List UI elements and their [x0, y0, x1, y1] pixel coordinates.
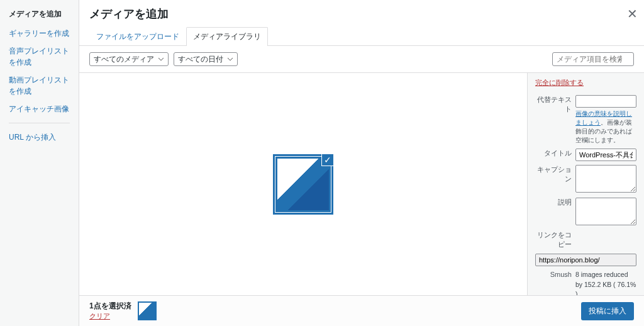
caption-textarea[interactable] — [575, 165, 636, 193]
tab-library[interactable]: メディアライブラリ — [186, 27, 268, 46]
title-input[interactable] — [575, 149, 636, 161]
modal-footer: 1点を選択済 クリア 投稿に挿入 — [79, 295, 644, 326]
alt-text-input[interactable] — [575, 95, 636, 108]
attachment-thumbnail[interactable]: ✓ — [275, 157, 331, 212]
tab-bar: ファイルをアップロード メディアライブラリ — [89, 26, 634, 45]
description-label: 説明 — [535, 198, 572, 207]
tab-upload[interactable]: ファイルをアップロード — [89, 27, 186, 46]
sidebar-item-audio-playlist[interactable]: 音声プレイリストを作成 — [0, 42, 79, 71]
content-row: ✓ 完全に削除する 代替テキスト 画像の意味を説明しましょう。画像が装飾目的のみ… — [79, 72, 644, 295]
alt-label: 代替テキスト — [535, 95, 572, 115]
library-toolbar: すべてのメディア すべての日付 — [79, 46, 644, 72]
alt-help: 画像の意味を説明しましょう。画像が装飾目的のみであれば空欄にします。 — [575, 110, 636, 145]
description-textarea[interactable] — [575, 198, 636, 225]
sidebar-item-video-playlist[interactable]: 動画プレイリストを作成 — [0, 71, 79, 100]
clear-selection-link[interactable]: クリア — [89, 312, 131, 321]
media-sidebar: メディアを追加 ギャラリーを作成 音声プレイリストを作成 動画プレイリストを作成… — [0, 0, 79, 326]
smush-label: Smush — [535, 270, 572, 279]
sidebar-item-url-insert[interactable]: URL から挿入 — [0, 128, 79, 146]
copy-link-input[interactable] — [535, 254, 636, 266]
attachment-details: 完全に削除する 代替テキスト 画像の意味を説明しましょう。画像が装飾目的のみであ… — [527, 73, 644, 295]
check-icon[interactable]: ✓ — [321, 154, 334, 166]
modal-header: メディアを追加 ✕ ファイルをアップロード メディアライブラリ — [79, 0, 644, 46]
sidebar-separator — [9, 123, 70, 123]
sidebar-item-gallery[interactable]: ギャラリーを作成 — [0, 25, 79, 42]
main-panel: メディアを追加 ✕ ファイルをアップロード メディアライブラリ すべてのメディア… — [79, 0, 644, 326]
filter-type-select[interactable]: すべてのメディア — [89, 52, 169, 66]
sidebar-title: メディアを追加 — [0, 9, 79, 25]
search-input[interactable] — [552, 52, 634, 66]
title-label: タイトル — [535, 149, 572, 158]
filter-date-select[interactable]: すべての日付 — [174, 52, 238, 66]
details-top-actions: 完全に削除する — [535, 73, 636, 91]
smush-info: 8 images reduced by 152.2 KB ( 76.1% ) I… — [575, 270, 636, 295]
insert-into-post-button[interactable]: 投稿に挿入 — [581, 302, 634, 320]
copy-link-label: リンクをコピー — [535, 230, 572, 250]
selection-info: 1点を選択済 クリア — [89, 301, 131, 321]
sidebar-item-featured-image[interactable]: アイキャッチ画像 — [0, 100, 79, 118]
modal-title: メディアを追加 — [89, 6, 169, 21]
close-button[interactable]: ✕ — [627, 6, 638, 21]
delete-permanently-link[interactable]: 完全に削除する — [535, 78, 636, 87]
attachment-item[interactable]: ✓ — [275, 157, 331, 212]
caption-label: キャプション — [535, 165, 572, 184]
attachment-grid[interactable]: ✓ — [79, 73, 527, 295]
selection-thumbnail[interactable] — [138, 301, 157, 320]
